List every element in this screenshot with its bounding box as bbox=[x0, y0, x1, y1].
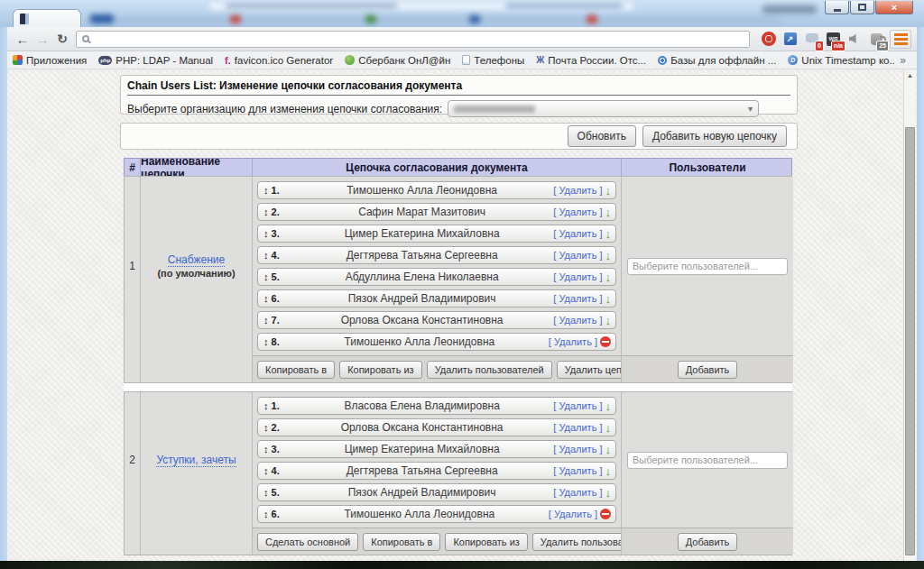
member-delete-link[interactable]: [ Удалить ] bbox=[553, 206, 605, 217]
wr-icon[interactable]: WRn/a bbox=[824, 30, 843, 49]
bookmark-item[interactable]: Телефоны bbox=[462, 55, 524, 66]
bookmark-item[interactable]: Приложения bbox=[13, 55, 87, 66]
member-move-down-icon[interactable]: ↓ bbox=[605, 228, 616, 240]
member-delete-link[interactable]: [ Удалить ] bbox=[553, 250, 605, 261]
refresh-button[interactable]: Обновить bbox=[568, 125, 636, 147]
member-row[interactable]: ↕ 7. Орлова Оксана Константиновна [ Удал… bbox=[257, 311, 616, 329]
member-delete-link[interactable]: [ Удалить ] bbox=[549, 509, 600, 519]
member-drag-handle[interactable]: ↕ 8. bbox=[258, 336, 291, 347]
bookmark-item[interactable]: Почта России. Отс... bbox=[536, 55, 646, 66]
member-move-down-icon[interactable]: ↓ bbox=[605, 206, 616, 218]
member-drag-handle[interactable]: ↕ 1. bbox=[258, 185, 291, 196]
member-delete-link[interactable]: [ Удалить ] bbox=[553, 185, 605, 196]
member-drag-handle[interactable]: ↕ 7. bbox=[258, 315, 291, 326]
organization-select[interactable]: ▾ bbox=[448, 100, 759, 117]
member-delete-link[interactable]: [ Удалить ] bbox=[553, 293, 605, 304]
member-drag-handle[interactable]: ↕ 5. bbox=[258, 487, 291, 498]
browser-tab[interactable] bbox=[13, 9, 81, 27]
member-drag-handle[interactable]: ↕ 6. bbox=[258, 293, 291, 304]
popup-blocker-icon[interactable] bbox=[781, 30, 799, 49]
stop-icon[interactable] bbox=[759, 30, 778, 49]
chain-action-button[interactable]: Удалить пользователей bbox=[427, 361, 552, 379]
chain-action-button[interactable]: Сделать основной bbox=[257, 533, 358, 551]
member-move-down-icon[interactable]: ↓ bbox=[605, 250, 616, 262]
member-row[interactable]: ↕ 5. Пязок Андрей Владимирович [ Удалить… bbox=[257, 483, 616, 501]
scrollbar-thumb[interactable] bbox=[905, 127, 915, 555]
bookmark-item[interactable]: Сбербанк ОнЛ@йн bbox=[345, 55, 450, 66]
chat-bubble-icon[interactable]: 0 bbox=[802, 30, 821, 49]
table-header-row: # Наименование цепочки Цепочка согласова… bbox=[124, 158, 792, 177]
member-drag-handle[interactable]: ↕ 3. bbox=[258, 228, 291, 239]
chain-action-button[interactable]: Копировать из bbox=[339, 361, 421, 379]
bookmark-item[interactable]: Unix Timestamp ко... bbox=[788, 55, 894, 66]
member-row[interactable]: ↕ 6. Тимошенко Алла Леонидовна [ Удалить… bbox=[257, 505, 616, 523]
scrollbar[interactable]: ▲ bbox=[903, 69, 916, 561]
member-drag-handle[interactable]: ↕ 6. bbox=[258, 509, 291, 519]
chain-action-button[interactable]: Копировать из bbox=[445, 533, 527, 551]
chain-name-link[interactable]: Уступки, зачеты bbox=[156, 454, 236, 467]
member-drag-handle[interactable]: ↕ 2. bbox=[258, 206, 291, 217]
users-select-input[interactable] bbox=[627, 258, 788, 275]
forward-button[interactable]: → bbox=[32, 32, 52, 47]
member-row[interactable]: ↕ 5. Абдуллина Елена Николаевна [ Удалит… bbox=[257, 268, 616, 286]
users-select-input[interactable] bbox=[627, 452, 788, 469]
member-move-down-icon[interactable]: ↓ bbox=[605, 444, 616, 455]
member-row[interactable]: ↕ 3. Цимер Екатерина Михайловна [ Удалит… bbox=[257, 225, 616, 243]
add-users-button[interactable]: Добавить bbox=[678, 533, 738, 551]
close-button[interactable]: × bbox=[875, 1, 913, 14]
member-delete-link[interactable]: [ Удалить ] bbox=[553, 422, 605, 433]
bookmarks-overflow-button[interactable]: » bbox=[894, 54, 911, 67]
member-row[interactable]: ↕ 2. Орлова Оксана Константиновна [ Удал… bbox=[257, 418, 616, 436]
member-move-down-icon[interactable]: ↓ bbox=[605, 465, 616, 477]
add-chain-button[interactable]: Добавить новую цепочку bbox=[642, 125, 787, 147]
member-row[interactable]: ↕ 4. Дегтярева Татьяна Сергеевна [ Удали… bbox=[257, 462, 616, 480]
bookmark-item[interactable]: PHP: LDAP - Manual bbox=[98, 55, 213, 66]
bookmark-item[interactable]: favicon.ico Generator bbox=[225, 55, 333, 66]
member-delete-link[interactable]: [ Удалить ] bbox=[549, 336, 600, 347]
chain-name-link[interactable]: Снабжение bbox=[168, 253, 225, 267]
member-delete-link[interactable]: [ Удалить ] bbox=[553, 271, 605, 282]
member-drag-handle[interactable]: ↕ 2. bbox=[258, 422, 291, 433]
member-name: Тимошенко Алла Леонидовна bbox=[291, 184, 553, 197]
scroll-up-button[interactable]: ▲ bbox=[904, 69, 916, 81]
member-drag-handle[interactable]: ↕ 3. bbox=[258, 444, 291, 454]
maximize-button[interactable] bbox=[850, 1, 874, 14]
member-delete-link[interactable]: [ Удалить ] bbox=[553, 487, 605, 498]
member-row[interactable]: ↕ 8. Тимошенко Алла Леонидовна [ Удалить… bbox=[257, 333, 616, 351]
member-delete-link[interactable]: [ Удалить ] bbox=[553, 315, 605, 326]
member-move-down-icon[interactable]: ↓ bbox=[605, 315, 616, 326]
member-move-down-icon[interactable]: ↓ bbox=[605, 487, 616, 499]
member-delete-link[interactable]: [ Удалить ] bbox=[553, 444, 605, 454]
member-move-down-icon[interactable]: ↓ bbox=[605, 422, 616, 434]
chain-action-button[interactable]: Копировать в bbox=[257, 361, 335, 379]
member-drag-handle[interactable]: ↕ 1. bbox=[258, 400, 291, 411]
add-users-button[interactable]: Добавить bbox=[678, 361, 738, 379]
chain-action-button[interactable]: Копировать в bbox=[363, 533, 440, 551]
member-row[interactable]: ↕ 1. Власова Елена Владимировна [ Удалит… bbox=[257, 397, 616, 415]
member-row[interactable]: ↕ 3. Цимер Екатерина Михайловна [ Удалит… bbox=[257, 440, 616, 458]
reload-button[interactable]: ↻ bbox=[52, 32, 72, 46]
address-bar[interactable] bbox=[76, 31, 750, 48]
speaker-icon[interactable] bbox=[845, 30, 864, 49]
back-button[interactable]: ← bbox=[13, 32, 32, 47]
col-header-num: # bbox=[125, 159, 140, 176]
member-drag-handle[interactable]: ↕ 5. bbox=[258, 271, 291, 282]
bookmark-item[interactable]: Базы для оффлайн ... bbox=[658, 55, 776, 66]
member-delete-link[interactable]: [ Удалить ] bbox=[553, 465, 605, 476]
member-move-down-icon[interactable]: ↓ bbox=[605, 400, 616, 412]
member-move-down-icon[interactable]: ↓ bbox=[605, 271, 616, 283]
member-row[interactable]: ↕ 1. Тимошенко Алла Леонидовна [ Удалить… bbox=[257, 181, 616, 199]
member-move-down-icon[interactable]: ↓ bbox=[605, 185, 616, 197]
minimize-button[interactable] bbox=[825, 1, 849, 14]
member-row[interactable]: ↕ 4. Дегтярева Татьяна Сергеевна [ Удали… bbox=[257, 246, 616, 264]
jug-icon[interactable]: 25 bbox=[867, 30, 886, 49]
member-delete-link[interactable]: [ Удалить ] bbox=[553, 400, 605, 411]
member-delete-link[interactable]: [ Удалить ] bbox=[553, 228, 605, 239]
member-move-down-icon[interactable]: ↓ bbox=[605, 293, 616, 305]
titlebar[interactable]: × bbox=[0, 0, 924, 27]
browser-menu-button[interactable] bbox=[890, 30, 911, 49]
member-drag-handle[interactable]: ↕ 4. bbox=[258, 465, 291, 476]
member-row[interactable]: ↕ 2. Сафин Марат Мазитович [ Удалить ] ↓ bbox=[257, 203, 616, 221]
member-row[interactable]: ↕ 6. Пязок Андрей Владимирович [ Удалить… bbox=[257, 289, 616, 307]
member-drag-handle[interactable]: ↕ 4. bbox=[258, 250, 291, 261]
